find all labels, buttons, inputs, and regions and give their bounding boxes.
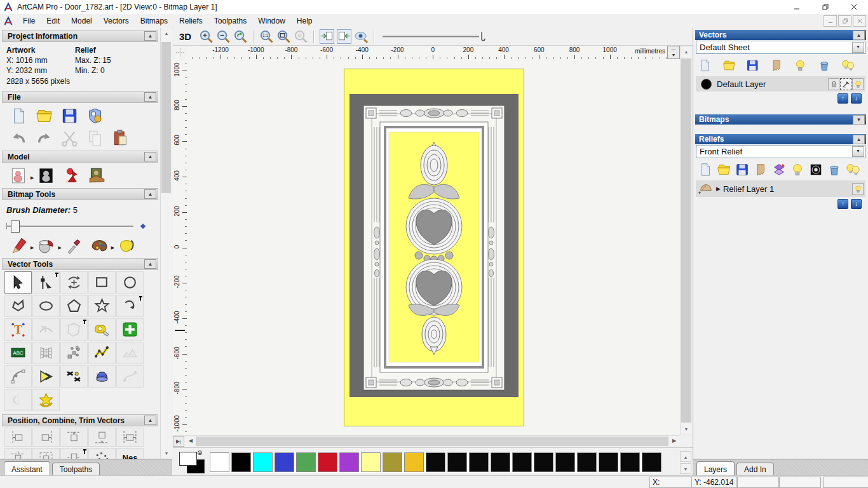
layer-name[interactable]: Relief Layer 1 (723, 184, 774, 194)
slider-handle[interactable] (11, 220, 20, 233)
flyout-arrow-icon[interactable]: ▶ (31, 175, 34, 180)
visibility-icon[interactable] (790, 163, 804, 177)
slider-track[interactable] (6, 226, 133, 227)
menu-file[interactable]: File (17, 17, 41, 25)
collapse-button[interactable]: ▲ (853, 135, 865, 144)
extrude-icon[interactable] (88, 365, 116, 388)
menu-edit[interactable]: Edit (41, 17, 65, 25)
scatter-icon[interactable] (88, 448, 116, 459)
all-visibility-icon[interactable] (841, 58, 855, 72)
zoom-in-icon[interactable] (199, 29, 214, 44)
open-model-icon[interactable] (36, 107, 53, 125)
save-vectors-icon[interactable] (746, 58, 759, 72)
ruler-origin-button[interactable] (173, 46, 187, 60)
palette-swatch-1[interactable] (231, 452, 251, 472)
preview-relief-icon[interactable] (354, 29, 369, 44)
sponge-icon[interactable] (118, 237, 135, 254)
layer-name[interactable]: Default Layer (717, 79, 766, 89)
select-vectors-icon[interactable] (4, 271, 32, 294)
menu-bitmaps[interactable]: Bitmaps (135, 17, 173, 25)
collapse-button[interactable]: ▲ (144, 259, 156, 269)
align-right-icon[interactable] (32, 428, 60, 447)
canvas-horizontal-scrollbar[interactable]: ▶| ◀ ▶ (173, 435, 680, 447)
assistant-scrollbar[interactable]: ▲ ▼ (160, 28, 172, 459)
move-layer-down-button[interactable]: ↓ (851, 93, 862, 104)
palette-swatch-15[interactable] (534, 452, 553, 472)
primary-colour-swatch[interactable] (179, 452, 197, 466)
scroll-down-icon[interactable]: ▼ (161, 448, 172, 459)
scroll-right-icon[interactable]: ▶ (668, 436, 680, 447)
visibility-icon[interactable] (794, 58, 807, 72)
view-3d-button[interactable]: 3D (179, 31, 191, 42)
lighting-icon[interactable] (63, 167, 80, 184)
flyout-arrow-icon[interactable]: ▶ (58, 245, 61, 250)
palette-swatch-2[interactable] (253, 452, 273, 472)
palette-swatch-8[interactable] (383, 452, 402, 472)
relief-layer-row[interactable]: ▶ Relief Layer 1 (696, 180, 865, 197)
move-layer-up-button[interactable]: ↑ (837, 199, 848, 209)
delete-icon[interactable] (827, 163, 841, 177)
zoom-previous-icon[interactable] (233, 29, 248, 44)
link-colours-icon[interactable]: ⊜ (197, 449, 202, 456)
palette-swatch-20[interactable] (642, 452, 661, 472)
greyscale-view-icon[interactable] (37, 167, 55, 184)
palette-swatch-6[interactable] (339, 452, 359, 472)
new-sheet-icon[interactable] (698, 58, 712, 72)
layer-visibility-icon[interactable] (852, 78, 864, 90)
palette-swatch-17[interactable] (577, 452, 597, 472)
export-icon[interactable] (86, 107, 104, 125)
palette-swatch-14[interactable] (512, 452, 532, 472)
menu-window[interactable]: Window (252, 17, 291, 25)
save-vectors-icon[interactable] (735, 163, 749, 177)
wrap-vectors-icon[interactable] (32, 389, 60, 411)
collapse-button[interactable]: ▲ (853, 30, 865, 40)
scrollbar-thumb[interactable] (161, 42, 171, 193)
load-image-icon[interactable] (88, 167, 105, 184)
2d-view-canvas[interactable] (187, 59, 680, 435)
scroll-up-icon[interactable]: ▲ (681, 46, 692, 57)
ellipse-tool-icon[interactable] (32, 295, 60, 317)
move-layer-down-button[interactable]: ↓ (851, 199, 862, 209)
menu-toolpaths[interactable]: Toolpaths (208, 17, 252, 25)
zoom-1to1-icon[interactable]: 1:1 (259, 29, 274, 44)
tab-add-in[interactable]: Add In (736, 463, 774, 475)
scroll-down-icon[interactable]: ▼ (680, 463, 691, 474)
scroll-up-icon[interactable]: ▲ (161, 28, 172, 39)
vector-layer-row[interactable]: Default Layer (696, 76, 865, 92)
flyout-arrow-icon[interactable]: ▶ (31, 245, 34, 250)
palette-swatch-13[interactable] (491, 452, 510, 472)
text-tool-icon[interactable]: T (4, 318, 32, 341)
palette-swatch-11[interactable] (447, 452, 467, 472)
tab-toolpaths[interactable]: Toolpaths (52, 463, 100, 475)
door-relief-artwork[interactable] (344, 69, 524, 426)
new-sheet-icon[interactable] (698, 163, 712, 177)
palette-swatch-0[interactable] (210, 452, 229, 472)
close-icon[interactable] (839, 0, 868, 14)
polygon-tool-icon[interactable] (60, 295, 88, 317)
collapse-button[interactable]: ▲ (144, 31, 156, 41)
align-middle-icon[interactable] (60, 448, 88, 459)
create-polyline-icon[interactable] (88, 342, 116, 364)
palette-swatch-19[interactable] (620, 452, 640, 472)
palette-swatch-9[interactable] (404, 452, 424, 472)
dropdown-arrow-icon[interactable]: ▼ (852, 146, 864, 157)
restore-icon[interactable] (811, 0, 839, 14)
toggle-bitmap-icon[interactable] (320, 29, 334, 44)
palette-scrollbar[interactable]: ▲ ▼ (680, 451, 691, 474)
distort-vectors-icon[interactable] (32, 342, 60, 364)
collapse-button[interactable]: ▲ (144, 92, 156, 102)
delete-icon[interactable] (818, 58, 831, 72)
vector-doctor-icon[interactable] (116, 318, 144, 341)
save-model-icon[interactable] (61, 107, 78, 125)
palette-icon[interactable] (91, 237, 108, 254)
palette-swatch-18[interactable] (599, 452, 618, 472)
nesting-icon[interactable]: Nes (116, 448, 144, 459)
flood-fill-icon[interactable] (37, 237, 55, 254)
close-icon[interactable] (853, 15, 866, 27)
tab-assistant[interactable]: Assistant (4, 461, 50, 475)
fit-curve-icon[interactable] (4, 365, 32, 388)
open-vectors-icon[interactable] (717, 163, 731, 177)
paste-icon[interactable] (112, 130, 129, 147)
colour-picker-icon[interactable] (65, 237, 83, 254)
scroll-left-icon[interactable]: ◀ (185, 436, 196, 447)
